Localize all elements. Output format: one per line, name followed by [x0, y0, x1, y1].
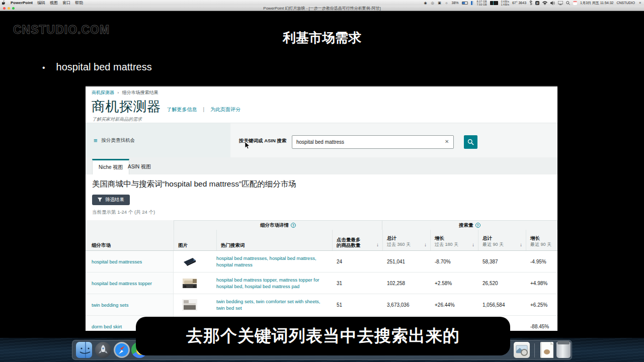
menubar-clock[interactable]: 1月3日 周五 11:54:32 — [580, 1, 613, 6]
niche-link[interactable]: hospital bed mattresses — [92, 259, 142, 264]
link-divider: | — [203, 107, 205, 112]
rate-page-link[interactable]: 为此页面评分 — [210, 106, 240, 113]
product-image — [181, 298, 199, 312]
clicked-products-value: 31 — [332, 273, 382, 294]
top-search-terms[interactable]: hospital bed mattress topper, mattress t… — [216, 277, 327, 290]
memory-readout: 8.07 GB7.93 GB — [477, 0, 487, 6]
growth-90-value: +4.98% — [526, 273, 557, 294]
clicked-products-value: 24 — [332, 251, 382, 272]
total-90-value: 58,387 — [478, 251, 526, 272]
breadcrumb-root-link[interactable]: 商机探测器 — [92, 90, 114, 95]
table-row: hospital bed mattress topper hospital be… — [86, 273, 557, 294]
browse-by-category-label: 按分类查找机会 — [102, 137, 135, 144]
sort-desc-icon[interactable]: ↓ — [520, 242, 522, 247]
hamburger-icon: ≡ — [94, 137, 98, 144]
col-header-clicked-products[interactable]: 点击量最多 的商品数量 ↓ — [332, 230, 382, 250]
menu-view[interactable]: 视图 — [50, 0, 58, 6]
niche-link[interactable]: twin bedding sets — [92, 302, 128, 308]
group-header-niche-details: 细分市场详情 ? — [174, 220, 382, 230]
breadcrumb: 商机探测器 › 细分市场搜索结果 — [92, 89, 158, 96]
growth-90-value: -4.95% — [526, 251, 557, 272]
col-header-niche: 细分市场 — [86, 230, 174, 250]
help-icon[interactable]: ? — [475, 223, 480, 228]
search-band: ≡ 按分类查找机会 按关键词或 ASIN 搜索 ✕ — [86, 123, 557, 157]
niche-link[interactable]: hospital bed mattress topper — [92, 281, 152, 286]
menu-edit[interactable]: 编辑 — [37, 0, 45, 6]
desktop: PowerPoint 编辑 视图 窗口 帮助 ◉ ◎ ▣ ☼ 38% 8.07 … — [0, 0, 644, 362]
table-row: twin bedding sets twin bedding sets, twi… — [86, 294, 557, 316]
macos-menu-bar: PowerPoint 编辑 视图 窗口 帮助 ◉ ◎ ▣ ☼ 38% 8.07 … — [0, 0, 644, 6]
safari-icon[interactable] — [114, 342, 130, 358]
menu-app-name[interactable]: PowerPoint — [11, 1, 33, 5]
total-360-value: 251,041 — [382, 251, 430, 272]
minimize-window-button[interactable] — [8, 7, 10, 10]
sort-desc-icon[interactable]: ↓ — [424, 242, 427, 247]
zoom-window-button[interactable] — [12, 7, 15, 10]
top-search-terms[interactable]: hospital bed mattresses, hospital bed ma… — [216, 255, 327, 268]
eye-icon[interactable]: ◎ — [431, 1, 435, 5]
search-input[interactable] — [292, 135, 454, 149]
col-header-growth-90[interactable]: 增长最近 90 天 — [526, 230, 557, 250]
brightness-icon[interactable]: ☼ — [445, 1, 449, 5]
finder-icon[interactable] — [76, 342, 92, 358]
apple-icon[interactable] — [2, 1, 6, 5]
magnifier-icon — [467, 139, 474, 145]
bluetooth-icon[interactable] — [529, 1, 532, 5]
tab-asin-view[interactable]: ASIN 视图 — [122, 159, 157, 174]
growth-180-value: +2.58% — [430, 273, 478, 294]
growth-90-value: +6.25% — [526, 294, 557, 315]
niche-table: 细分市场详情 ? 搜索量 ? 细分市场 图片 热门搜索词 点击量最多 的商品数量… — [86, 220, 557, 331]
app-status-icon[interactable]: ◉ — [424, 1, 428, 5]
calendar-icon[interactable] — [573, 1, 577, 5]
window-title-bar: PowerPoint 幻灯片放映 - [一步一步教你选品可行性分析案例-阿甘] — [0, 6, 644, 11]
menu-help[interactable]: 帮助 — [75, 0, 83, 6]
dock-divider — [534, 343, 535, 357]
battery-icon[interactable] — [462, 2, 468, 5]
bullet-dot-icon: • — [42, 61, 45, 74]
mouse-cursor — [245, 141, 251, 149]
sort-desc-icon[interactable]: ↓ — [472, 242, 474, 247]
launchpad-icon[interactable] — [95, 342, 111, 358]
niche-link[interactable]: dorm bed skirt — [92, 324, 122, 329]
preview-icon[interactable] — [514, 342, 530, 358]
growth-180-value: +26.44% — [430, 294, 478, 315]
wifi-icon[interactable] — [542, 1, 547, 5]
temp-fan-readout: 67° 3643 — [512, 1, 526, 5]
trash-icon[interactable] — [556, 342, 571, 358]
total-360-value: 3,673,036 — [382, 294, 430, 315]
window-title: PowerPoint 幻灯片放映 - [一步一步教你选品可行性分析案例-阿甘] — [263, 6, 380, 11]
top-search-terms[interactable]: twin bedding sets, twin comforter set wi… — [216, 298, 327, 311]
memory-bars-icon[interactable] — [471, 1, 474, 5]
total-360-value: 102,258 — [382, 273, 430, 294]
input-method-icon[interactable]: 拼 — [535, 1, 539, 5]
total-90-value: 26,520 — [478, 273, 526, 294]
alert-box-icon[interactable]: ▣ — [438, 1, 442, 5]
breadcrumb-current: 细分市场搜索结果 — [122, 90, 158, 95]
menu-window[interactable]: 窗口 — [62, 0, 70, 6]
menubar-account[interactable]: CNSTUDIO — [616, 1, 635, 5]
learn-more-link[interactable]: 了解更多信息 — [167, 106, 197, 113]
spotlight-search-icon[interactable] — [566, 1, 570, 5]
col-header-total-90[interactable]: 总计最近 90 天 ↓ — [478, 230, 526, 250]
col-header-total-360[interactable]: 总计过去 360 天 ↓ — [382, 230, 430, 250]
close-window-button[interactable] — [3, 7, 6, 10]
table-column-header-row: 细分市场 图片 热门搜索词 点击量最多 的商品数量 ↓ 总计过去 360 天 ↓… — [86, 230, 557, 251]
filter-results-button[interactable]: 筛选结果 — [92, 195, 130, 205]
sort-desc-icon[interactable]: ↓ — [376, 242, 379, 247]
browse-by-category-button[interactable]: ≡ 按分类查找机会 — [86, 123, 230, 157]
volume-icon[interactable] — [550, 1, 555, 5]
table-row: hospital bed mattresses hospital bed mat… — [86, 251, 557, 273]
display-mirroring-icon[interactable] — [558, 1, 563, 5]
clear-search-icon[interactable]: ✕ — [445, 139, 449, 144]
notification-center-icon[interactable]: ≡ — [638, 1, 642, 5]
search-button[interactable] — [464, 135, 477, 149]
slide-bullet: • hospital bed mattress — [42, 61, 152, 74]
help-icon[interactable]: ? — [291, 223, 296, 228]
subtitle-caption: 去那个关键词列表当中去搜索出来的 — [136, 317, 510, 355]
document-icon[interactable] — [540, 342, 553, 358]
growth-90-value: -88.45% — [526, 316, 557, 331]
view-tabs: Niche 视图 ASIN 视图 — [86, 157, 557, 174]
cpu-history-icon[interactable] — [490, 1, 498, 5]
col-header-growth-180[interactable]: 增长过去 180 天 ↓ — [430, 230, 478, 250]
clicked-products-value: 51 — [332, 294, 382, 315]
